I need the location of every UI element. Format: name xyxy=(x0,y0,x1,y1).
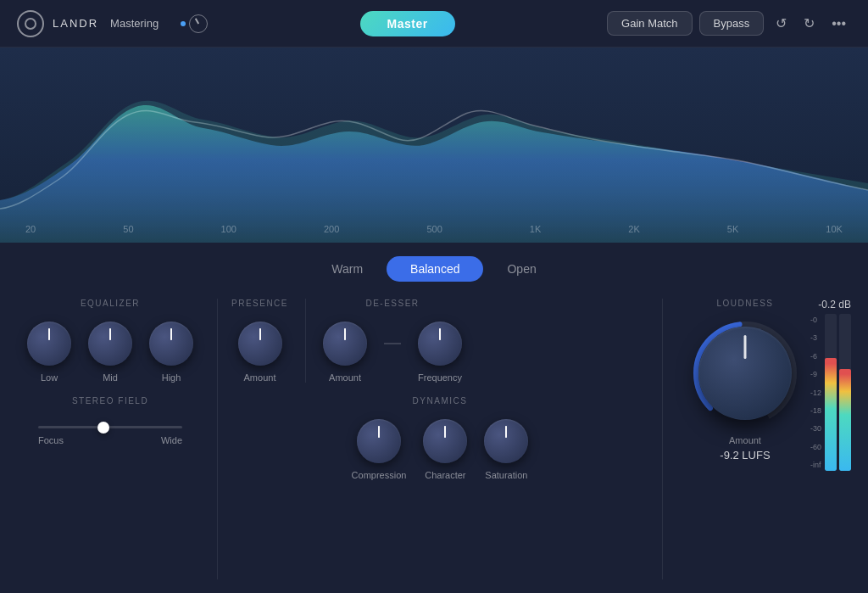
freq-1k: 1K xyxy=(530,224,541,234)
vu-left xyxy=(825,314,837,471)
divider-2 xyxy=(305,299,306,383)
de-amount-knob[interactable] xyxy=(323,322,367,366)
eq-high-label: High xyxy=(162,372,181,383)
undo-button[interactable]: ↺ xyxy=(771,12,792,35)
big-knob-container xyxy=(690,318,800,428)
dyn-sat-wrap: Saturation xyxy=(484,419,528,480)
de-freq-wrap: Frequency xyxy=(418,322,462,383)
vu-meter-area: -0.2 dB -0 -3 -6 -9 -12 -18 -30 -60 -inf xyxy=(810,299,851,471)
divider-1 xyxy=(217,299,218,579)
de-freq-label: Frequency xyxy=(418,372,462,383)
dyn-comp-knob[interactable] xyxy=(357,419,401,463)
more-icon: ••• xyxy=(832,16,846,31)
pres-amount-label: Amount xyxy=(244,372,276,383)
freq-2k: 2K xyxy=(628,224,639,234)
dynamics-section: DYNAMICS Compression Character xyxy=(231,396,648,480)
freq-200: 200 xyxy=(324,224,339,234)
loudness-label: LOUDNESS xyxy=(716,299,773,308)
focus-label: Focus xyxy=(38,435,64,445)
freq-labels: 20 50 100 200 500 1K 2K 5K 10K xyxy=(0,224,868,234)
equalizer-label: EQUALIZER xyxy=(81,299,140,308)
timer-dot xyxy=(181,21,186,26)
presence-section: PRESENCE Amount xyxy=(231,299,288,383)
vu-right-fill xyxy=(839,369,851,471)
dyn-sat-knob[interactable] xyxy=(484,419,528,463)
stereo-field-section: STEREO FIELD Focus Wide xyxy=(17,396,203,445)
landr-logo-icon xyxy=(17,10,44,37)
presence-label: PRESENCE xyxy=(231,299,288,308)
header: LANDR Mastering Master Gain Match Bypass… xyxy=(0,0,868,48)
header-right: Gain Match Bypass ↺ ↻ ••• xyxy=(607,11,851,36)
vu-meters-container: -0 -3 -6 -9 -12 -18 -30 -60 -inf xyxy=(810,314,851,471)
style-selector: Warm Balanced Open xyxy=(0,243,868,292)
top-middle: PRESENCE Amount DE-ESSER xyxy=(231,299,648,383)
gain-match-button[interactable]: Gain Match xyxy=(607,11,692,36)
dyn-char-wrap: Character xyxy=(423,419,467,480)
divider-3 xyxy=(662,299,663,579)
slider-track xyxy=(38,426,182,428)
dyn-char-label: Character xyxy=(425,470,465,480)
wide-label: Wide xyxy=(161,435,182,445)
stereo-slider-track[interactable] xyxy=(38,426,182,428)
dyn-char-knob[interactable] xyxy=(423,419,467,463)
timer-icon xyxy=(181,14,208,33)
de-esser-label: DE-ESSER xyxy=(365,299,419,308)
freq-100: 100 xyxy=(221,224,236,234)
big-knob[interactable] xyxy=(698,327,792,420)
logo-area: LANDR Mastering xyxy=(17,10,208,37)
controls-area: EQUALIZER Low Mid xyxy=(0,292,868,593)
spectrum-area: 20 50 100 200 500 1K 2K 5K 10K xyxy=(0,48,868,243)
timer-hand xyxy=(195,18,199,24)
undo-icon: ↺ xyxy=(776,15,787,31)
timer-circle xyxy=(189,14,208,33)
master-button[interactable]: Master xyxy=(360,11,455,36)
eq-mid-knob[interactable] xyxy=(88,322,132,366)
style-open-button[interactable]: Open xyxy=(483,256,559,282)
de-amount-wrap: Amount xyxy=(323,322,367,383)
big-knob-indicator xyxy=(743,335,746,359)
eq-high-wrap: High xyxy=(149,322,193,383)
de-freq-knob[interactable] xyxy=(418,322,462,366)
equalizer-knobs: Low Mid High xyxy=(27,322,193,383)
eq-low-label: Low xyxy=(41,372,58,383)
de-esser-connector xyxy=(384,343,401,344)
header-center: Master xyxy=(208,11,607,36)
equalizer-section: EQUALIZER Low Mid xyxy=(17,299,203,383)
middle-column: PRESENCE Amount DE-ESSER xyxy=(231,299,648,579)
de-esser-section: DE-ESSER Amount Frequency xyxy=(323,299,462,383)
slider-labels: Focus Wide xyxy=(38,435,182,445)
presence-knobs: Amount xyxy=(238,322,282,383)
stereo-label: STEREO FIELD xyxy=(72,396,148,406)
dyn-comp-wrap: Compression xyxy=(352,419,407,480)
logo-text: LANDR xyxy=(53,17,98,30)
de-esser-knobs: Amount Frequency xyxy=(323,322,462,383)
style-warm-button[interactable]: Warm xyxy=(308,256,387,282)
style-balanced-button[interactable]: Balanced xyxy=(387,256,483,282)
dyn-sat-label: Saturation xyxy=(485,470,527,480)
freq-20: 20 xyxy=(25,224,36,234)
right-column: LOUDNESS Amount -9.2 LUFS -0.2 dB xyxy=(676,299,851,579)
eq-high-knob[interactable] xyxy=(149,322,193,366)
loudness-section: LOUDNESS Amount -9.2 LUFS xyxy=(690,299,800,462)
de-amount-label: Amount xyxy=(329,372,361,383)
lufs-value: -9.2 LUFS xyxy=(720,449,770,462)
eq-low-knob[interactable] xyxy=(27,322,71,366)
bypass-button[interactable]: Bypass xyxy=(699,11,765,36)
redo-icon: ↻ xyxy=(804,15,815,31)
vu-left-fill xyxy=(825,358,837,471)
eq-mid-label: Mid xyxy=(103,372,118,383)
logo-inner xyxy=(25,18,36,30)
eq-mid-wrap: Mid xyxy=(88,322,132,383)
vu-right xyxy=(839,314,851,471)
dynamics-knobs: Compression Character Saturation xyxy=(352,419,529,480)
loudness-amount-label: Amount xyxy=(729,435,761,445)
pres-amount-knob[interactable] xyxy=(238,322,282,366)
spectrum-svg xyxy=(0,48,868,243)
dynamics-label: DYNAMICS xyxy=(413,396,468,406)
freq-500: 500 xyxy=(426,224,442,234)
db-value: -0.2 dB xyxy=(818,299,851,310)
redo-button[interactable]: ↻ xyxy=(798,12,820,35)
freq-50: 50 xyxy=(123,224,133,234)
slider-thumb[interactable] xyxy=(97,422,109,434)
more-button[interactable]: ••• xyxy=(826,13,851,35)
